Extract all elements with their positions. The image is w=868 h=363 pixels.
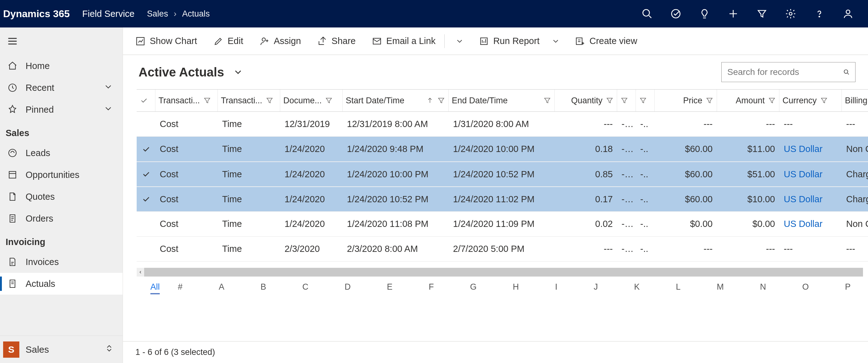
gear-icon[interactable] [778, 0, 803, 27]
row-checkbox[interactable] [137, 145, 155, 154]
alpha-letter[interactable]: L [676, 282, 681, 292]
scroll-thumb[interactable] [144, 268, 696, 276]
grid-footer: 1 - 6 of 6 (3 selected) [123, 341, 868, 363]
cmd-label: Edit [228, 36, 243, 46]
sidebar-item-pinned[interactable]: Pinned [0, 99, 123, 120]
select-all-checkbox[interactable] [137, 90, 155, 112]
column-header-end-date[interactable]: End Date/Time [449, 90, 555, 112]
edit-button[interactable]: Edit [207, 33, 250, 49]
share-button[interactable]: Share [311, 33, 362, 49]
view-title: Active Actuals [138, 65, 224, 79]
hamburger-button[interactable] [0, 27, 123, 55]
column-header-transaction-class[interactable]: Transacti... [155, 90, 218, 112]
module-label[interactable]: Field Service [82, 9, 147, 19]
search-icon[interactable] [634, 0, 659, 27]
alpha-letter[interactable]: P [845, 282, 850, 292]
table-row[interactable]: CostTime1/24/20201/24/2020 10:52 PM1/24/… [137, 187, 868, 212]
table-row[interactable]: CostTime2/3/20202/3/2020 8:00 AM2/7/2020… [137, 237, 868, 262]
row-checkbox[interactable] [137, 170, 155, 179]
cell-currency[interactable]: US Dollar [779, 144, 842, 154]
alpha-letter[interactable]: D [345, 282, 351, 292]
search-input[interactable] [727, 67, 839, 77]
column-header-amount[interactable]: Amount [717, 90, 779, 112]
filter-icon [820, 96, 828, 104]
sidebar-item-orders[interactable]: Orders [0, 208, 123, 230]
sidebar-item-quotes[interactable]: Quotes [0, 186, 123, 208]
column-header-start-date[interactable]: Start Date/Time [343, 90, 449, 112]
task-checker-icon[interactable] [663, 0, 688, 27]
alpha-letter[interactable]: C [302, 282, 309, 292]
help-icon[interactable] [807, 0, 832, 27]
sidebar-section-sales: Sales [0, 120, 123, 142]
cell-end-date: 1/24/2020 11:02 PM [449, 194, 555, 205]
email-link-dropdown[interactable] [450, 37, 469, 46]
invoices-icon [7, 256, 18, 268]
column-header-currency[interactable]: Currency [779, 90, 842, 112]
create-view-button[interactable]: Create view [569, 33, 643, 49]
sidebar-item-recent[interactable]: Recent [0, 77, 123, 99]
alpha-letter[interactable]: G [470, 282, 477, 292]
sidebar-item-leads[interactable]: Leads [0, 142, 123, 164]
cell-transaction-type: Time [218, 119, 280, 129]
cell-amount: --- [717, 244, 779, 254]
scroll-left-arrow[interactable] [137, 268, 144, 276]
cell-narrow-b: -.. [636, 244, 655, 254]
column-header-price[interactable]: Price [655, 90, 717, 112]
sidebar-item-opportunities[interactable]: Opportunities [0, 164, 123, 186]
alpha-letter[interactable]: B [260, 282, 266, 292]
alpha-letter[interactable]: H [513, 282, 519, 292]
breadcrumb-parent[interactable]: Sales [147, 9, 168, 19]
row-checkbox[interactable] [137, 195, 155, 204]
filter-icon [543, 96, 551, 104]
sidebar-item-invoices[interactable]: Invoices [0, 251, 123, 273]
sidebar-item-actuals[interactable]: Actuals [0, 273, 123, 295]
table-row[interactable]: CostTime1/24/20201/24/2020 11:08 PM1/24/… [137, 212, 868, 237]
column-header-quantity[interactable]: Quantity [555, 90, 617, 112]
alpha-letter[interactable]: I [555, 282, 558, 292]
table-row[interactable]: CostTime12/31/201912/31/2019 8:00 AM1/31… [137, 112, 868, 137]
cell-currency[interactable]: US Dollar [779, 169, 842, 179]
cell-currency[interactable]: US Dollar [779, 219, 842, 229]
column-header-narrow-b[interactable] [636, 90, 655, 112]
column-header-document-date[interactable]: Docume... [280, 90, 343, 112]
column-header-transaction-type[interactable]: Transacti... [218, 90, 280, 112]
alpha-hash[interactable]: # [178, 282, 183, 292]
sidebar-item-home[interactable]: Home [0, 55, 123, 77]
alpha-letter[interactable]: J [594, 282, 598, 292]
alpha-letter[interactable]: K [634, 282, 640, 292]
alpha-all[interactable]: All [150, 282, 160, 292]
filter-icon [768, 96, 776, 104]
table-row[interactable]: CostTime1/24/20201/24/2020 10:00 PM1/24/… [137, 162, 868, 187]
show-chart-button[interactable]: Show Chart [129, 33, 204, 49]
run-report-button[interactable]: Run Report [473, 33, 542, 49]
search-box[interactable] [721, 62, 856, 82]
data-grid: Transacti... Transacti... Docume... Star… [123, 89, 868, 341]
alpha-letter[interactable]: A [219, 282, 224, 292]
cell-billing-type: Chargeable [842, 194, 868, 205]
svg-rect-12 [576, 38, 582, 44]
lightbulb-icon[interactable] [692, 0, 717, 27]
orders-icon [7, 213, 18, 224]
alpha-letter[interactable]: M [717, 282, 724, 292]
column-header-billing-type[interactable]: Billing ty... [842, 90, 868, 112]
app-switcher[interactable]: S Sales [0, 336, 123, 363]
assign-button[interactable]: Assign [253, 33, 307, 49]
cell-currency[interactable]: US Dollar [779, 194, 842, 205]
column-header-narrow-a[interactable] [617, 90, 636, 112]
cell-start-date: 1/24/2020 10:52 PM [343, 194, 449, 205]
filter-icon[interactable] [749, 0, 774, 27]
user-icon[interactable] [836, 0, 861, 27]
horizontal-scrollbar[interactable] [137, 268, 863, 276]
cell-end-date: 1/31/2020 8:00 AM [449, 119, 555, 129]
add-icon[interactable] [721, 0, 746, 27]
alpha-letter[interactable]: E [387, 282, 393, 292]
alpha-letter[interactable]: O [802, 282, 809, 292]
alpha-letter[interactable]: F [429, 282, 434, 292]
run-report-dropdown[interactable] [546, 37, 565, 46]
email-link-button[interactable]: Email a Link [366, 33, 439, 49]
breadcrumb-current[interactable]: Actuals [182, 9, 210, 19]
table-row[interactable]: CostTime1/24/20201/24/2020 9:48 PM1/24/2… [137, 137, 868, 162]
alpha-letter[interactable]: N [760, 282, 766, 292]
view-selector[interactable]: Active Actuals [138, 65, 243, 79]
cell-end-date: 1/24/2020 10:00 PM [449, 144, 555, 154]
